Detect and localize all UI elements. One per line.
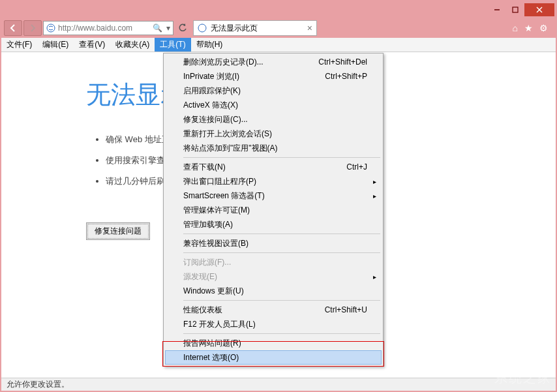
title-bar	[1, 1, 556, 18]
menu-item[interactable]: 兼容性视图设置(B)	[165, 236, 382, 250]
tab-close-button[interactable]: ×	[307, 23, 312, 33]
settings-icon[interactable]: ⚙	[539, 23, 548, 33]
menu-item-shortcut: Ctrl+Shift+Del	[318, 57, 367, 67]
menu-item[interactable]: 查看下载(N)Ctrl+J	[165, 160, 382, 174]
menu-item-label: 将站点添加到"应用"视图(A)	[183, 143, 278, 154]
menu-item[interactable]: 删除浏览历史记录(D)...Ctrl+Shift+Del	[165, 55, 382, 69]
minimize-button[interactable]	[488, 3, 506, 16]
submenu-arrow-icon: ▸	[373, 192, 376, 200]
menu-item: 源发现(E)▸	[165, 269, 382, 284]
favorites-icon[interactable]: ★	[524, 23, 533, 33]
menu-help[interactable]: 帮助(H)	[191, 38, 228, 52]
menu-item-shortcut: Ctrl+Shift+U	[325, 305, 367, 314]
back-button[interactable]	[4, 20, 22, 36]
menu-separator	[183, 157, 380, 158]
fix-connection-button[interactable]: 修复连接问题	[86, 222, 150, 240]
refresh-button[interactable]	[175, 21, 190, 35]
menu-view[interactable]: 查看(V)	[74, 38, 110, 52]
menu-item[interactable]: 将站点添加到"应用"视图(A)	[165, 141, 382, 155]
tab-site-icon	[198, 23, 207, 33]
dropdown-icon[interactable]: ▾	[166, 23, 170, 33]
menu-item[interactable]: 管理加载项(A)	[165, 217, 382, 232]
menu-item[interactable]: InPrivate 浏览(I)Ctrl+Shift+P	[165, 69, 382, 83]
close-button[interactable]	[524, 3, 554, 16]
tools-dropdown: 删除浏览历史记录(D)...Ctrl+Shift+DelInPrivate 浏览…	[163, 53, 384, 367]
svg-point-4	[47, 24, 55, 32]
home-icon[interactable]: ⌂	[513, 23, 518, 33]
menu-item-label: 报告网站问题(R)	[183, 338, 241, 349]
menu-item-label: ActiveX 筛选(X)	[183, 100, 238, 111]
menu-item-label: InPrivate 浏览(I)	[183, 71, 239, 82]
menu-item[interactable]: 弹出窗口阻止程序(P)▸	[165, 174, 382, 188]
svg-point-5	[198, 24, 206, 32]
menu-item-label: 弹出窗口阻止程序(P)	[183, 176, 256, 187]
url-tools: 🔍 ▾	[153, 23, 170, 33]
menu-bar: 文件(F) 编辑(E) 查看(V) 收藏夹(A) 工具(T) 帮助(H)	[1, 38, 556, 52]
watermark-logo	[524, 358, 550, 378]
menu-item[interactable]: 性能仪表板Ctrl+Shift+U	[165, 303, 382, 317]
menu-item-label: 兼容性视图设置(B)	[183, 238, 248, 249]
menu-item: 订阅此源(F)...	[165, 255, 382, 269]
url-text: http://www.baidu.com	[58, 23, 150, 33]
menu-separator	[183, 300, 380, 301]
address-bar[interactable]: http://www.baidu.com 🔍 ▾	[43, 21, 173, 35]
site-icon	[46, 23, 55, 33]
forward-button[interactable]	[23, 20, 42, 36]
menu-tools[interactable]: 工具(T)	[155, 38, 190, 52]
menu-favorites[interactable]: 收藏夹(A)	[110, 38, 155, 52]
menu-file[interactable]: 文件(F)	[1, 38, 37, 52]
menu-separator	[183, 234, 380, 234]
menu-item-label: 性能仪表板	[183, 305, 222, 316]
menu-item[interactable]: 重新打开上次浏览会话(S)	[165, 127, 382, 141]
menu-separator	[183, 333, 380, 334]
menu-item-shortcut: Ctrl+J	[346, 162, 367, 172]
menu-item-label: 管理媒体许可证(M)	[183, 205, 250, 216]
menu-item[interactable]: 启用跟踪保护(K)	[165, 83, 382, 98]
menu-item[interactable]: ActiveX 筛选(X)	[165, 98, 382, 112]
menu-item[interactable]: 管理媒体许可证(M)	[165, 203, 382, 217]
menu-item-label: 订阅此源(F)...	[183, 257, 231, 268]
menu-item-label: 查看下载(N)	[183, 162, 226, 173]
nav-bar: http://www.baidu.com 🔍 ▾ 无法显示此页 × ⌂ ★ ⚙	[1, 18, 556, 38]
menu-item[interactable]: Windows 更新(U)	[165, 284, 382, 298]
menu-item-label: Internet 选项(O)	[183, 352, 239, 363]
menu-item[interactable]: Internet 选项(O)	[165, 350, 382, 365]
toolbar-right: ⌂ ★ ⚙	[513, 23, 553, 33]
menu-item-label: 重新打开上次浏览会话(S)	[183, 128, 272, 140]
svg-rect-1	[513, 7, 518, 12]
browser-tab[interactable]: 无法显示此页 ×	[193, 20, 317, 36]
menu-item-label: 源发现(E)	[183, 271, 217, 282]
menu-separator	[183, 252, 380, 253]
tab-title: 无法显示此页	[211, 23, 258, 34]
menu-item-label: 启用跟踪保护(K)	[183, 85, 241, 97]
submenu-arrow-icon: ▸	[373, 273, 376, 280]
menu-edit[interactable]: 编辑(E)	[37, 38, 74, 52]
menu-item[interactable]: 报告网站问题(R)	[165, 336, 382, 350]
menu-item-label: 管理加载项(A)	[183, 219, 233, 230]
status-bar: 允许你更改设置。	[1, 378, 556, 391]
menu-item-shortcut: Ctrl+Shift+P	[325, 72, 367, 81]
menu-item-label: SmartScreen 筛选器(T)	[183, 190, 265, 202]
menu-item-label: Windows 更新(U)	[183, 286, 244, 297]
status-text: 允许你更改设置。	[7, 379, 69, 390]
submenu-arrow-icon: ▸	[373, 178, 376, 185]
menu-item-label: F12 开发人员工具(L)	[183, 319, 256, 330]
menu-item-label: 删除浏览历史记录(D)...	[183, 57, 263, 68]
menu-item[interactable]: 修复连接问题(C)...	[165, 112, 382, 127]
menu-item[interactable]: F12 开发人员工具(L)	[165, 317, 382, 331]
menu-item-label: 修复连接问题(C)...	[183, 114, 248, 125]
maximize-button[interactable]	[506, 3, 524, 16]
menu-item[interactable]: SmartScreen 筛选器(T)▸	[165, 188, 382, 203]
search-icon[interactable]: 🔍	[153, 23, 162, 33]
